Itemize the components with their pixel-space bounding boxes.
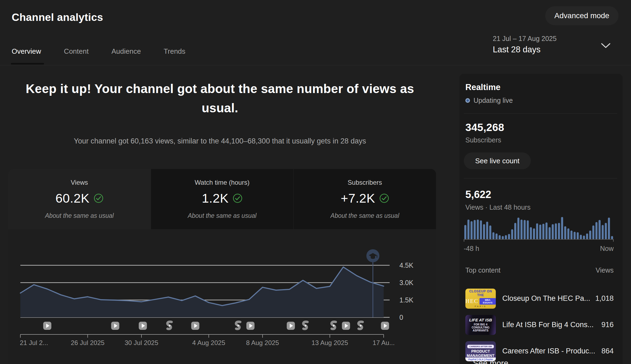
realtime-bar xyxy=(505,235,507,239)
divider xyxy=(464,178,617,178)
y-tick-label: 0 xyxy=(399,314,403,321)
views-48h-label: Views · Last 48 hours xyxy=(465,203,531,211)
x-tick-label: 4 Aug 2025 xyxy=(192,339,225,346)
metric-status: About the same as usual xyxy=(188,212,256,219)
thumbnail-text: HEC xyxy=(465,298,478,305)
realtime-bar xyxy=(545,222,548,239)
realtime-bar xyxy=(499,235,501,239)
realtime-bar xyxy=(511,229,513,239)
status-check-icon xyxy=(94,193,103,203)
video-thumbnail: CAREERS AFTER ISB PRODUCT MANAGEMENT Pay… xyxy=(465,341,496,361)
metric-label: Views xyxy=(71,179,88,186)
updating-live-label: Updating live xyxy=(474,97,513,104)
y-tick-label: 3.0K xyxy=(399,279,414,286)
video-thumbnail: LIFE AT ISB FOR BIG 4 CONSULTING ASPIRAN… xyxy=(465,315,496,335)
metric-value: +7.2K xyxy=(341,191,375,206)
y-tick-label: 1.5K xyxy=(399,296,414,304)
metric-value: 60.2K xyxy=(55,191,89,206)
metric-tab-views[interactable]: Views 60.2K About the same as usual xyxy=(8,169,151,229)
realtime-bar xyxy=(552,224,554,240)
realtime-bar xyxy=(561,217,563,239)
top-content-row[interactable]: LIFE AT ISB FOR BIG 4 CONSULTING ASPIRAN… xyxy=(465,312,614,338)
realtime-bar xyxy=(589,231,591,239)
video-marker-icon xyxy=(111,322,119,330)
video-thumbnail: CLOSEUP ON THE HEC MBA ESSAYS PARIS xyxy=(465,289,496,309)
shorts-marker-icon xyxy=(358,322,362,329)
realtime-bar xyxy=(518,218,520,239)
advanced-mode-button[interactable]: Advanced mode xyxy=(545,6,619,25)
video-marker-icon xyxy=(287,322,295,330)
metric-status: About the same as usual xyxy=(45,212,114,219)
active-tab-indicator xyxy=(11,63,44,65)
realtime-bar xyxy=(611,236,613,239)
axis-right-label: Now xyxy=(600,245,614,253)
realtime-bar xyxy=(480,221,482,240)
metric-tab-watch-time[interactable]: Watch time (hours) 1.2K About the same a… xyxy=(151,169,294,229)
status-check-icon xyxy=(233,193,242,203)
realtime-bar xyxy=(524,220,526,239)
x-tick-label: 21 Jul 2... xyxy=(20,339,48,346)
x-tick-label: 30 Jul 2025 xyxy=(125,339,158,346)
date-range-text: 21 Jul – 17 Aug 2025 xyxy=(493,35,619,43)
thumbnail-text: CONSULTING ASPIRANTS xyxy=(465,326,496,332)
top-content-row[interactable]: CLOSEUP ON THE HEC MBA ESSAYS PARIS Clos… xyxy=(465,285,614,312)
tab-overview[interactable]: Overview xyxy=(12,47,41,56)
see-more-button[interactable]: See more xyxy=(473,359,508,364)
shorts-marker-icon xyxy=(236,322,240,329)
live-dot-icon xyxy=(465,98,470,103)
metric-tab-subscribers[interactable]: Subscribers +7.2K About the same as usua… xyxy=(293,169,436,229)
analytics-tabs: Overview Content Audience Trends xyxy=(12,47,185,56)
subscriber-count: 345,268 xyxy=(465,122,504,133)
realtime-bar xyxy=(542,224,545,239)
thumbnail-badge: MBA ESSAYS xyxy=(479,298,496,305)
realtime-bar xyxy=(592,225,595,239)
see-live-count-button[interactable]: See live count xyxy=(464,152,531,169)
video-title: Closeup On The HEC Pa... xyxy=(502,294,592,303)
video-marker-icon xyxy=(139,322,147,330)
realtime-bar xyxy=(583,236,585,239)
summary-headline: Keep it up! Your channel got about the s… xyxy=(22,79,418,118)
top-content-title: Top content xyxy=(465,266,500,274)
thumbnail-text: MANAGEMENT xyxy=(467,353,494,358)
summary-subtext: Your channel got 60,163 views, similar t… xyxy=(22,137,418,145)
realtime-bar xyxy=(514,223,516,239)
realtime-bar xyxy=(530,227,532,239)
thumbnail-text: FOR BIG 4 xyxy=(474,323,487,326)
tab-audience[interactable]: Audience xyxy=(111,47,141,56)
realtime-bar xyxy=(489,225,491,239)
realtime-bar xyxy=(608,218,610,239)
shorts-marker-icon xyxy=(332,322,336,329)
realtime-bar xyxy=(605,223,607,239)
realtime-bar xyxy=(558,223,560,239)
realtime-bar xyxy=(468,219,470,239)
realtime-bar xyxy=(574,232,576,239)
realtime-bar-chart[interactable] xyxy=(464,214,614,242)
realtime-bar xyxy=(474,220,476,239)
realtime-bar xyxy=(486,222,488,239)
subscriber-label: Subscribers xyxy=(465,136,501,144)
views-48h-count: 5,622 xyxy=(465,189,491,200)
views-area xyxy=(20,267,384,317)
x-tick-label: 8 Aug 2025 xyxy=(246,339,279,346)
realtime-bar xyxy=(477,219,479,239)
realtime-bar xyxy=(464,225,466,239)
tab-trends[interactable]: Trends xyxy=(164,47,185,56)
date-range-picker[interactable]: 21 Jul – 17 Aug 2025 Last 28 days xyxy=(493,35,619,55)
realtime-bar xyxy=(536,223,538,239)
metric-value: 1.2K xyxy=(202,191,229,206)
thumbnail-badge: CAREERS AFTER ISB xyxy=(467,345,494,348)
tab-content[interactable]: Content xyxy=(64,47,89,56)
realtime-axis-labels: -48 h Now xyxy=(464,245,614,253)
chevron-down-icon[interactable] xyxy=(601,42,611,49)
realtime-bar xyxy=(567,228,570,239)
realtime-bar xyxy=(508,234,510,239)
video-views: 1,018 xyxy=(595,294,614,303)
video-marker-icon xyxy=(43,322,51,330)
realtime-bar xyxy=(570,231,573,239)
realtime-bar xyxy=(520,219,523,239)
realtime-bar xyxy=(577,232,579,239)
views-line-chart[interactable]: 21 Jul 2...26 Jul 202530 Jul 20254 Aug 2… xyxy=(8,244,436,350)
updating-live-row: Updating live xyxy=(465,97,513,104)
realtime-bar xyxy=(533,228,535,239)
realtime-bar xyxy=(599,220,601,239)
